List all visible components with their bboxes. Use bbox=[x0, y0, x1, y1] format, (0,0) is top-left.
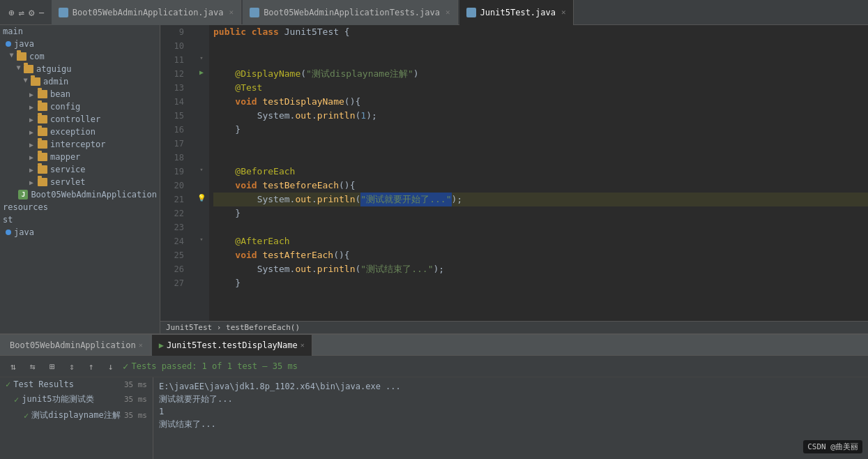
test-result-item-2-label: 测试displayname注解 bbox=[31, 409, 121, 421]
test-result-item-1[interactable]: ✓ junit5功能测试类 35 ms bbox=[0, 391, 153, 407]
sidebar-item-admin[interactable]: ▶ admin bbox=[0, 75, 160, 88]
sidebar-label-exception: exception bbox=[50, 127, 96, 137]
test-result-item-2-time: 35 ms bbox=[124, 411, 147, 420]
result-item-check-icon-2: ✓ bbox=[24, 411, 29, 421]
sidebar-section-st: st bbox=[3, 215, 13, 225]
code-line-24: @AfterEach bbox=[213, 234, 868, 248]
line-num-14: 14 bbox=[160, 95, 190, 109]
sidebar-item-interceptor[interactable]: ▶ interceptor bbox=[0, 138, 160, 151]
tab-junit5test[interactable]: Junit5Test.java ✕ bbox=[459, 0, 574, 25]
console-line-3: 1 bbox=[159, 405, 862, 418]
pass-text: Tests passed: 1 of 1 test – 35 ms bbox=[131, 361, 297, 371]
code-editor[interactable]: public class Junit5Test { @DisplayName("… bbox=[209, 25, 868, 321]
run-gutter-icon[interactable]: ▶ bbox=[197, 67, 206, 77]
sidebar-item-atguigu[interactable]: ▶ atguigu bbox=[0, 63, 160, 75]
sidebar-item-exception[interactable]: ▶ exception bbox=[0, 126, 160, 138]
bulb-gutter-icon[interactable]: 💡 bbox=[197, 193, 206, 202]
nav-down-btn[interactable]: ↓ bbox=[103, 359, 119, 374]
console-line-1: E:\javaEE\java\jdk1.8p_1102.x64\bin\java… bbox=[159, 380, 862, 393]
window-controls[interactable]: ⊕ ⇌ ⚙ − bbox=[3, 7, 50, 18]
fold-icon-12[interactable]: ▾ bbox=[197, 53, 206, 63]
folder-icon-exception bbox=[38, 128, 47, 136]
pass-indicator: ✓ Tests passed: 1 of 1 test – 35 ms bbox=[123, 361, 298, 372]
line-num-11: 11 bbox=[160, 53, 190, 67]
bottom-tab-boot05-close[interactable]: ✕ bbox=[139, 341, 143, 349]
split-icon[interactable]: ⇌ bbox=[18, 7, 24, 18]
folder-icon-config bbox=[38, 103, 47, 111]
sidebar-item-controller[interactable]: ▶ controller bbox=[0, 113, 160, 126]
nav-up-btn[interactable]: ↑ bbox=[84, 359, 99, 374]
add-tab-icon[interactable]: ⊕ bbox=[8, 7, 14, 18]
sidebar-item-boot05app[interactable]: J Boot05WebAdminApplication bbox=[0, 188, 160, 201]
tab-close-icon-2[interactable]: ✕ bbox=[446, 8, 450, 17]
minimize-icon[interactable]: − bbox=[38, 7, 44, 18]
line-num-13: 13 bbox=[160, 81, 190, 95]
folder-icon-service bbox=[38, 165, 47, 174]
line-num-27: 27 bbox=[160, 276, 190, 290]
run-tab-icon: ▶ bbox=[159, 340, 164, 350]
test-results-label: Test Results bbox=[13, 379, 121, 389]
settings-icon[interactable]: ⚙ bbox=[29, 7, 34, 18]
folder-icon-controller bbox=[38, 115, 47, 123]
java-file-icon bbox=[59, 8, 68, 17]
java-class-icon: J bbox=[18, 190, 28, 200]
code-line-14: void testDisplayName(){ bbox=[213, 95, 868, 109]
folder-icon-servlet bbox=[38, 178, 47, 186]
tab-boot05-main[interactable]: Boot05WebAdminApplication.java ✕ bbox=[52, 0, 241, 25]
line-num-16: 16 bbox=[160, 123, 190, 137]
sidebar-label-bean: bean bbox=[50, 89, 70, 99]
fold-icon-20[interactable]: ▾ bbox=[197, 165, 206, 174]
bottom-tab-junit5-close[interactable]: ✕ bbox=[300, 341, 305, 349]
code-line-23 bbox=[213, 220, 868, 234]
sidebar-item-config[interactable]: ▶ config bbox=[0, 100, 160, 113]
bottom-panel: Boot05WebAdminApplication ✕ ▶ Junit5Test… bbox=[0, 333, 868, 459]
sidebar-item-com[interactable]: ▶ com bbox=[0, 50, 160, 63]
sidebar-item-java-label: java bbox=[14, 39, 34, 49]
expand-arrow-icon-interceptor: ▶ bbox=[29, 141, 36, 149]
sidebar-section-resources: resources bbox=[3, 202, 48, 212]
bottom-tab-junit5[interactable]: ▶ Junit5Test.testDisplayName ✕ bbox=[152, 335, 312, 356]
sidebar-item-java[interactable]: java bbox=[0, 38, 160, 50]
sidebar-item-mapper[interactable]: ▶ mapper bbox=[0, 151, 160, 163]
code-line-20: void testBeforeEach(){ bbox=[213, 179, 868, 193]
code-line-13: @Test bbox=[213, 81, 868, 95]
filter-btn[interactable]: ⊞ bbox=[45, 359, 60, 374]
expand-btn[interactable]: ⇕ bbox=[64, 359, 79, 374]
tab-label-3: Junit5Test.java bbox=[480, 8, 556, 17]
tab-close-icon[interactable]: ✕ bbox=[229, 8, 234, 17]
line-num-19: 19 bbox=[160, 165, 190, 179]
console-panel: E:\javaEE\java\jdk1.8p_1102.x64\bin\java… bbox=[153, 377, 868, 459]
line-num-22: 22 bbox=[160, 206, 190, 220]
expand-arrow-icon-config: ▶ bbox=[29, 103, 36, 111]
code-container[interactable]: 9 10 11 12 13 14 15 16 17 18 19 20 21 22… bbox=[160, 25, 868, 321]
bottom-tab-boot05[interactable]: Boot05WebAdminApplication ✕ bbox=[3, 335, 151, 356]
sidebar-item-bean[interactable]: ▶ bean bbox=[0, 88, 160, 100]
folder-icon-atguigu bbox=[24, 65, 33, 73]
bottom-tab-bar: Boot05WebAdminApplication ✕ ▶ Junit5Test… bbox=[0, 335, 868, 356]
line-num-17: 17 bbox=[160, 137, 190, 151]
code-line-26: System.out.println("测试结束了..."); bbox=[213, 262, 868, 276]
expand-arrow-icon-mapper: ▶ bbox=[29, 153, 36, 161]
sidebar-item-service[interactable]: ▶ service bbox=[0, 163, 160, 176]
code-line-9: public class Junit5Test { bbox=[213, 25, 868, 39]
sidebar-item-java-test[interactable]: java bbox=[0, 226, 160, 239]
sidebar-item-st-section: st bbox=[0, 213, 160, 226]
sidebar-label-boot05app: Boot05WebAdminApplication bbox=[31, 190, 157, 200]
line-num-20: 20 bbox=[160, 179, 190, 193]
fold-icon-24[interactable]: ▾ bbox=[197, 234, 206, 244]
editor-area: 9 10 11 12 13 14 15 16 17 18 19 20 21 22… bbox=[160, 25, 868, 333]
folder-icon-bean bbox=[38, 90, 47, 98]
tab-boot05-tests[interactable]: Boot05WebAdminApplicationTests.java ✕ bbox=[243, 0, 458, 25]
sidebar-label-java-test: java bbox=[14, 227, 34, 237]
sort-asc-btn[interactable]: ⇅ bbox=[6, 359, 21, 374]
test-result-header[interactable]: ✓ Test Results 35 ms bbox=[0, 377, 153, 391]
test-result-item-1-label: junit5功能测试类 bbox=[22, 393, 121, 405]
java-file-icon-2 bbox=[250, 8, 259, 17]
test-result-item-2[interactable]: ✓ 测试displayname注解 35 ms bbox=[0, 407, 153, 423]
sort-desc-btn[interactable]: ⇆ bbox=[25, 359, 40, 374]
sidebar-item-servlet[interactable]: ▶ servlet bbox=[0, 176, 160, 188]
expand-arrow-icon-bean: ▶ bbox=[29, 91, 36, 98]
tab-close-icon-3[interactable]: ✕ bbox=[561, 8, 566, 17]
sidebar-label-servlet: servlet bbox=[50, 177, 86, 187]
tab-label-2: Boot05WebAdminApplicationTests.java bbox=[264, 8, 440, 17]
